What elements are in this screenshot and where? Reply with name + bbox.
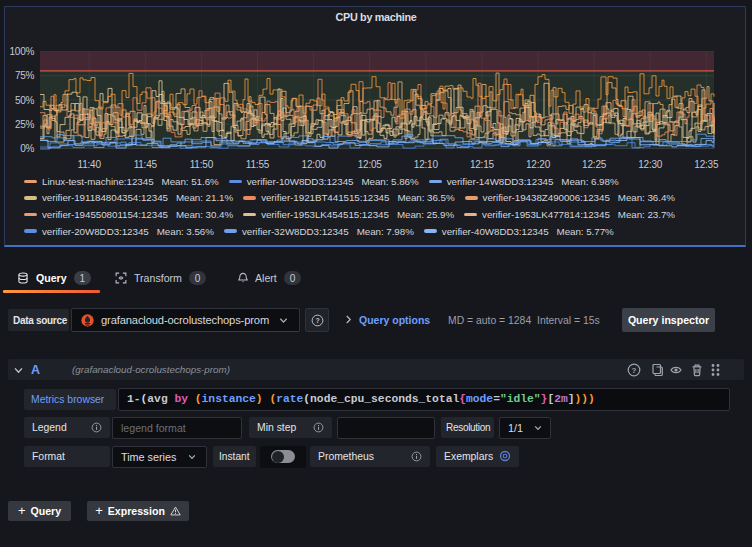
svg-text:75%: 75% [15, 70, 35, 81]
svg-text:12:05: 12:05 [358, 159, 383, 170]
svg-text:100%: 100% [10, 46, 35, 57]
svg-text:?: ? [632, 366, 637, 375]
svg-text:?: ? [315, 316, 319, 323]
svg-text:12:10: 12:10 [414, 159, 439, 170]
svg-text:50%: 50% [15, 95, 35, 106]
svg-text:11:45: 11:45 [134, 159, 158, 170]
svg-text:11:50: 11:50 [190, 159, 214, 170]
svg-text:25%: 25% [15, 119, 35, 130]
svg-text:12:35: 12:35 [694, 159, 719, 170]
svg-text:12:20: 12:20 [526, 159, 551, 170]
svg-text:11:55: 11:55 [246, 159, 270, 170]
svg-text:12:15: 12:15 [470, 159, 495, 170]
svg-text:0%: 0% [20, 143, 34, 154]
svg-text:12:00: 12:00 [302, 159, 327, 170]
svg-text:11:40: 11:40 [78, 159, 102, 170]
svg-text:12:30: 12:30 [638, 159, 663, 170]
svg-text:12:25: 12:25 [582, 159, 607, 170]
